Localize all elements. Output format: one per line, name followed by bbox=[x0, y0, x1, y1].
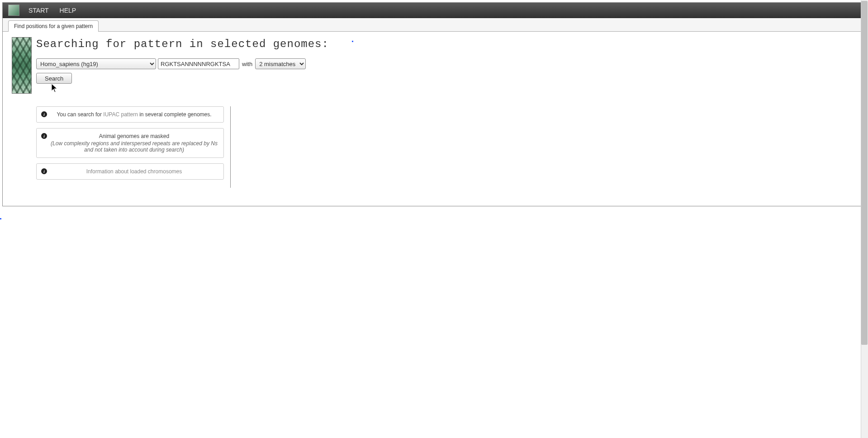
info-icon: i bbox=[41, 111, 47, 117]
mismatch-select[interactable]: 2 mismatches bbox=[255, 58, 306, 69]
app-window: START HELP Find positions for a given pa… bbox=[2, 2, 866, 206]
info-subtext: (Low complexity regions and interspersed… bbox=[50, 140, 218, 153]
info-icon: i bbox=[41, 168, 47, 174]
search-form-row: Homo_sapiens (hg19) with 2 mismatches bbox=[36, 58, 856, 69]
info-text: in several complete genomes. bbox=[138, 111, 212, 118]
info-box-iupac: i You can search for IUPAC pattern in se… bbox=[36, 106, 224, 123]
with-label: with bbox=[241, 61, 253, 67]
genome-select[interactable]: Homo_sapiens (hg19) bbox=[36, 58, 156, 69]
tab-find-positions[interactable]: Find positions for a given pattern bbox=[8, 20, 99, 32]
marker-dot bbox=[352, 41, 353, 42]
vertical-divider bbox=[230, 106, 231, 188]
iupac-pattern-link[interactable]: IUPAC pattern bbox=[103, 111, 138, 118]
marker-dot bbox=[0, 218, 1, 219]
search-button[interactable]: Search bbox=[36, 73, 72, 84]
info-icon: i bbox=[41, 133, 47, 139]
top-menu-bar: START HELP bbox=[3, 3, 865, 18]
info-box-chromosomes: i Information about loaded chromosomes bbox=[36, 163, 224, 180]
app-logo-icon bbox=[8, 5, 19, 16]
menu-help[interactable]: HELP bbox=[54, 3, 82, 18]
dna-helix-icon bbox=[12, 37, 32, 94]
chromosome-info-link[interactable]: Information about loaded chromosomes bbox=[86, 168, 182, 175]
menu-start[interactable]: START bbox=[23, 3, 54, 18]
scrollbar-thumb[interactable] bbox=[861, 1, 868, 345]
vertical-scrollbar[interactable] bbox=[861, 0, 868, 438]
content-area: Searching for pattern in selected genome… bbox=[3, 32, 865, 206]
info-box-masked: i Animal genomes are masked (Low complex… bbox=[36, 128, 224, 158]
page-title: Searching for pattern in selected genome… bbox=[36, 38, 856, 50]
tab-bar: Find positions for a given pattern bbox=[3, 18, 865, 32]
info-panel: i You can search for IUPAC pattern in se… bbox=[36, 106, 856, 188]
pattern-input[interactable] bbox=[158, 58, 239, 69]
info-title: Animal genomes are masked bbox=[50, 133, 218, 139]
info-text: You can search for bbox=[57, 111, 103, 118]
